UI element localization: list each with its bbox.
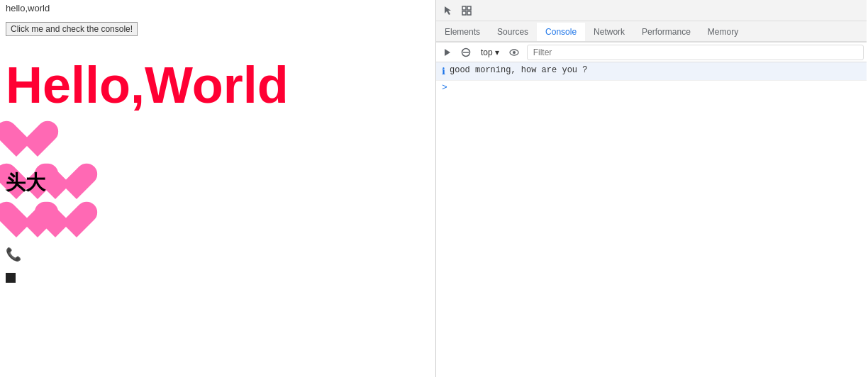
svg-rect-3 [467,11,471,15]
svg-point-8 [513,51,516,54]
click-me-button[interactable]: Click me and check the console! [6,22,138,36]
devtools-panel: Elements Sources Console Network Perform… [435,0,867,377]
heart-row-1 [6,121,435,160]
heart-row-3 [6,202,435,241]
context-dropdown[interactable]: top ▾ [476,45,504,60]
heart-icon-3 [45,164,87,203]
context-label: top [481,47,493,57]
play-button[interactable] [439,44,456,61]
svg-marker-4 [445,49,450,56]
svg-rect-2 [462,11,466,15]
console-toolbar: top ▾ [436,43,867,62]
tab-sources[interactable]: Sources [489,23,537,43]
black-square [6,273,16,283]
filter-input[interactable] [527,45,864,60]
heart-row-2: 头大 [6,162,435,204]
heart-icon-5 [45,202,87,241]
svg-rect-0 [462,6,466,10]
svg-rect-1 [467,6,471,10]
console-prompt-line: > [436,81,867,94]
cursor-icon-btn[interactable] [439,1,457,20]
console-message-0: ℹ good morning, how are you ? [436,62,867,81]
console-content: ℹ good morning, how are you ? > [436,62,867,377]
prompt-arrow-icon: > [442,82,447,93]
info-icon: ℹ [442,66,445,77]
no-entry-button[interactable] [457,44,474,61]
tab-memory[interactable]: Memory [699,23,747,43]
devtools-tabs: Elements Sources Console Network Perform… [436,21,867,43]
tab-elements[interactable]: Elements [436,23,489,43]
chevron-down-icon: ▾ [495,47,499,57]
main-heading: Hello,World [6,56,430,114]
inspect-element-btn[interactable] [457,1,476,20]
tab-console[interactable]: Console [537,23,585,43]
chinese-text: 头大 [6,169,45,196]
console-message-text: good morning, how are you ? [450,65,587,75]
hearts-section: 头大 [6,121,435,241]
eye-button[interactable] [506,44,523,61]
tab-performance[interactable]: Performance [633,23,699,43]
heart-icon-1 [6,121,48,160]
page-title: hello,world [0,0,435,16]
tab-network[interactable]: Network [585,23,633,43]
webpage-panel: hello,world Click me and check the conso… [0,0,435,377]
devtools-topbar [436,0,867,21]
phone-icon: 📞 [6,247,435,262]
